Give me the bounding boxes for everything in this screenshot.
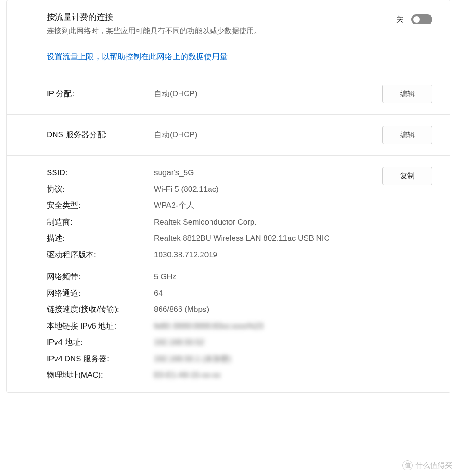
- detail-label: IPv4 地址:: [47, 336, 154, 348]
- ip-label: IP 分配:: [47, 88, 154, 100]
- watermark: 值 什么值得买: [402, 460, 452, 470]
- toggle-state-label: 关: [396, 15, 404, 24]
- detail-label: 网络通道:: [47, 287, 154, 299]
- data-limit-link[interactable]: 设置流量上限，以帮助控制在此网络上的数据使用量: [47, 51, 228, 62]
- dns-value: 自动(DHCP): [154, 129, 382, 141]
- detail-row: IPv4 DNS 服务器:192.168.50.1 (未加密): [47, 353, 432, 365]
- detail-row: 驱动程序版本:1030.38.712.2019: [47, 249, 382, 261]
- detail-row: 物理地址(MAC):E0-E1-A9-15-xx-xx: [47, 369, 432, 381]
- detail-label: 本地链接 IPv6 地址:: [47, 320, 154, 332]
- detail-value: WPA2-个人: [154, 200, 382, 212]
- detail-row: 安全类型:WPA2-个人: [47, 200, 382, 212]
- dns-assignment-section: DNS 服务器分配: 自动(DHCP) 编辑: [7, 115, 450, 156]
- metered-title: 按流量计费的连接: [47, 12, 261, 23]
- detail-row: IPv4 地址:192.168.50.52: [47, 336, 432, 348]
- detail-row: SSID:sugar's_5G: [47, 167, 382, 179]
- detail-value: 192.168.50.52: [154, 336, 432, 348]
- detail-value: 192.168.50.1 (未加密): [154, 353, 432, 365]
- detail-value: Realtek 8812BU Wireless LAN 802.11ac USB…: [154, 232, 382, 244]
- watermark-coin-icon: 值: [402, 460, 413, 470]
- detail-label: 网络频带:: [47, 271, 154, 283]
- detail-value: E0-E1-A9-15-xx-xx: [154, 369, 432, 381]
- metered-connection-section: 按流量计费的连接 连接到此网络时，某些应用可能具有不同的功能以减少数据使用。 关…: [7, 0, 450, 73]
- detail-label: SSID:: [47, 167, 154, 179]
- detail-value: 64: [154, 287, 432, 299]
- detail-label: 协议:: [47, 183, 154, 195]
- detail-label: 描述:: [47, 232, 154, 244]
- metered-toggle[interactable]: [411, 14, 432, 24]
- detail-label: IPv4 DNS 服务器:: [47, 353, 154, 365]
- detail-value: 5 GHz: [154, 271, 432, 283]
- ip-assignment-section: IP 分配: 自动(DHCP) 编辑: [7, 73, 450, 115]
- detail-value: Realtek Semiconductor Corp.: [154, 216, 382, 228]
- detail-label: 驱动程序版本:: [47, 249, 154, 261]
- detail-label: 物理地址(MAC):: [47, 369, 154, 381]
- detail-row: 链接速度(接收/传输):866/866 (Mbps): [47, 304, 432, 316]
- detail-value: 1030.38.712.2019: [154, 249, 382, 261]
- detail-value: 866/866 (Mbps): [154, 304, 432, 316]
- dns-edit-button[interactable]: 编辑: [382, 126, 432, 144]
- detail-label: 链接速度(接收/传输):: [47, 304, 154, 316]
- metered-description: 连接到此网络时，某些应用可能具有不同的功能以减少数据使用。: [47, 25, 261, 37]
- detail-value: sugar's_5G: [154, 167, 382, 179]
- detail-row: 描述:Realtek 8812BU Wireless LAN 802.11ac …: [47, 232, 382, 244]
- network-details-section: SSID:sugar's_5G协议:Wi-Fi 5 (802.11ac)安全类型…: [7, 156, 450, 392]
- watermark-brand: 什么值得买: [415, 461, 452, 470]
- detail-row: 协议:Wi-Fi 5 (802.11ac): [47, 183, 382, 195]
- detail-row: 网络通道:64: [47, 287, 432, 299]
- detail-value: Wi-Fi 5 (802.11ac): [154, 183, 382, 195]
- detail-row: 网络频带:5 GHz: [47, 271, 432, 283]
- ip-edit-button[interactable]: 编辑: [382, 85, 432, 103]
- copy-button[interactable]: 复制: [382, 167, 432, 185]
- dns-label: DNS 服务器分配:: [47, 129, 154, 141]
- detail-row: 本地链接 IPv6 地址:fe80::0000:0000:83xx:xxxx%2…: [47, 320, 432, 332]
- detail-label: 制造商:: [47, 216, 154, 228]
- detail-row: 制造商:Realtek Semiconductor Corp.: [47, 216, 382, 228]
- ip-value: 自动(DHCP): [154, 88, 382, 100]
- detail-value: fe80::0000:0000:83xx:xxxx%23: [154, 320, 432, 332]
- detail-label: 安全类型:: [47, 200, 154, 212]
- network-settings-card: 按流量计费的连接 连接到此网络时，某些应用可能具有不同的功能以减少数据使用。 关…: [6, 0, 450, 393]
